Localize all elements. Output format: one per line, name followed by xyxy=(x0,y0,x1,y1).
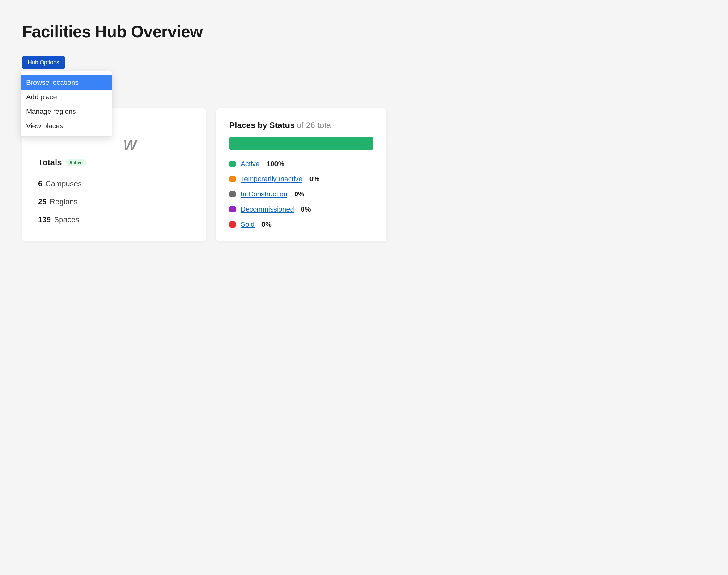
status-bar-segment xyxy=(229,137,373,150)
totals-header: Totals Active xyxy=(38,158,193,167)
totals-label: Regions xyxy=(50,197,77,206)
totals-count: 6 xyxy=(38,179,42,188)
status-card-header: Places by Status of 26 total xyxy=(229,121,373,130)
status-bar-chart xyxy=(229,137,373,150)
totals-label: Spaces xyxy=(54,215,79,224)
status-percent: 100% xyxy=(266,160,284,168)
totals-count: 25 xyxy=(38,197,47,206)
status-link[interactable]: In Construction xyxy=(241,190,287,198)
status-swatch xyxy=(229,161,235,167)
status-link[interactable]: Sold xyxy=(241,221,255,229)
places-by-status-card: Places by Status of 26 total Active100%T… xyxy=(216,108,387,242)
status-swatch xyxy=(229,176,235,182)
status-legend-item: Active100% xyxy=(229,160,373,168)
status-card-of-total: of 26 total xyxy=(297,121,333,130)
hub-options-wrap: Hub Options Browse locationsAdd placeMan… xyxy=(22,56,65,69)
status-legend-item: Decommissioned0% xyxy=(229,205,373,213)
status-legend: Active100%Temporarily Inactive0%In Const… xyxy=(229,160,373,229)
dropdown-item[interactable]: Manage regions xyxy=(21,104,112,119)
totals-row: 139Spaces xyxy=(38,211,190,229)
status-swatch xyxy=(229,191,235,197)
status-badge: Active xyxy=(66,159,86,166)
totals-count: 139 xyxy=(38,215,51,224)
dropdown-item[interactable]: Add place xyxy=(21,90,112,104)
overview-ghost-text: W xyxy=(123,137,136,153)
status-legend-item: Sold0% xyxy=(229,221,373,229)
status-swatch xyxy=(229,206,235,212)
totals-row: 6Campuses xyxy=(38,175,190,193)
totals-title: Totals xyxy=(38,158,62,167)
status-card-title: Places by Status xyxy=(229,121,295,130)
status-percent: 0% xyxy=(261,221,272,229)
totals-row: 25Regions xyxy=(38,193,190,211)
status-legend-item: Temporarily Inactive0% xyxy=(229,175,373,183)
status-swatch xyxy=(229,221,235,228)
status-link[interactable]: Decommissioned xyxy=(241,205,294,213)
status-percent: 0% xyxy=(294,190,305,198)
dropdown-item[interactable]: View places xyxy=(21,119,112,133)
hub-options-button[interactable]: Hub Options xyxy=(22,56,65,69)
hub-options-dropdown: Browse locationsAdd placeManage regionsV… xyxy=(20,71,112,137)
page-title: Facilities Hub Overview xyxy=(22,22,706,41)
status-legend-item: In Construction0% xyxy=(229,190,373,198)
dropdown-item[interactable]: Browse locations xyxy=(21,75,112,90)
cards-row: W Totals Active 6Campuses25Regions139Spa… xyxy=(22,108,706,242)
status-link[interactable]: Temporarily Inactive xyxy=(241,175,303,183)
status-percent: 0% xyxy=(310,175,319,183)
status-link[interactable]: Active xyxy=(241,160,260,168)
status-percent: 0% xyxy=(301,205,311,213)
totals-label: Campuses xyxy=(45,179,82,188)
